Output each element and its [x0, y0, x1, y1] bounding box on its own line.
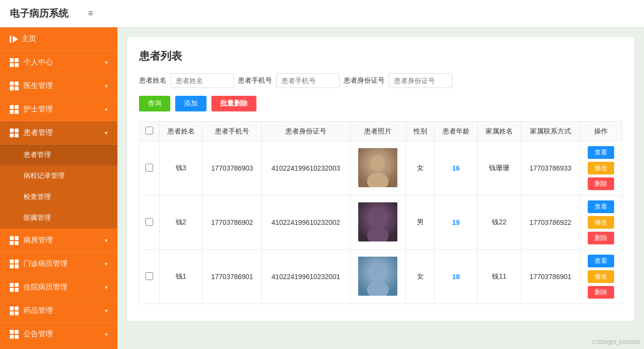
header-photo: 患者照片	[350, 122, 406, 141]
view-button[interactable]: 查看	[588, 255, 614, 267]
svg-point-4	[371, 209, 385, 225]
cell-action: 查看 修改 删除	[580, 196, 622, 250]
chevron-down-icon: ▾	[105, 237, 108, 244]
view-button[interactable]: 查看	[588, 200, 614, 213]
main-container: 主页 个人中心 ▾ 医生管理 ▾ 护士管理 ▾	[0, 27, 644, 349]
search-name-label: 患者姓名	[139, 76, 166, 85]
sidebar-item-patient[interactable]: 患者管理 ▾	[0, 121, 117, 145]
edit-button[interactable]: 修改	[588, 162, 614, 174]
grid-icon	[10, 129, 19, 137]
row-checkbox[interactable]	[145, 164, 153, 172]
table-row: 钱2 17703786902 410224199610232002	[139, 196, 622, 250]
cell-phone: 17703786901	[203, 250, 262, 304]
sidebar-sub-medicine-manage[interactable]: 医嘱管理	[0, 208, 117, 229]
cell-idcard: 410224199610232003	[262, 141, 350, 196]
cell-relative-phone: 17703786933	[521, 141, 580, 196]
batch-delete-button[interactable]: 批量删除	[211, 96, 256, 111]
sidebar-label-notice: 公告管理	[23, 329, 105, 339]
cell-age: 18	[435, 250, 478, 304]
cell-name: 钱1	[160, 250, 203, 304]
content-card: 患者列表 患者姓名 患者手机号 患者身份证号 查询 添加 批量删除	[127, 37, 634, 321]
cell-gender: 女	[406, 141, 435, 196]
chevron-down-icon: ▾	[105, 261, 108, 267]
cell-relative-name: 钱22	[478, 196, 521, 250]
chevron-down-icon: ▾	[105, 59, 108, 66]
add-button[interactable]: 添加	[175, 96, 207, 111]
edit-button[interactable]: 修改	[588, 270, 614, 283]
grid-icon	[10, 330, 19, 339]
cell-relative-name: 钱珊珊	[478, 141, 521, 196]
cell-photo	[350, 141, 406, 196]
row-checkbox[interactable]	[145, 272, 153, 280]
search-phone-label: 患者手机号	[238, 76, 272, 85]
row-checkbox-cell	[139, 250, 160, 304]
row-checkbox[interactable]	[145, 218, 153, 226]
search-id-label: 患者身份证号	[344, 76, 385, 85]
top-header: 电子病历系统 ≡	[0, 0, 644, 27]
cell-photo	[350, 196, 406, 250]
search-phone-input[interactable]	[276, 73, 340, 88]
menu-toggle-icon[interactable]: ≡	[88, 8, 93, 19]
table-row: 钱3 17703786903 410224199610232003	[139, 141, 622, 196]
chevron-down-icon: ▾	[105, 83, 108, 89]
query-button[interactable]: 查询	[139, 96, 170, 111]
grid-icon	[10, 260, 19, 268]
edit-button[interactable]: 修改	[588, 216, 614, 229]
sidebar-item-ward[interactable]: 病房管理 ▾	[0, 229, 117, 252]
sidebar-label-ward: 病房管理	[23, 236, 105, 245]
page-title: 患者列表	[139, 49, 622, 64]
select-all-checkbox[interactable]	[145, 127, 153, 134]
cell-name: 钱3	[160, 141, 203, 196]
sidebar-item-nurse[interactable]: 护士管理 ▾	[0, 98, 117, 121]
grid-icon	[10, 306, 19, 315]
grid-icon	[10, 105, 19, 114]
cell-idcard: 410224199610232001	[262, 250, 350, 304]
row-checkbox-cell	[139, 141, 160, 196]
sidebar-item-drug[interactable]: 药品管理 ▾	[0, 299, 117, 323]
cell-photo	[350, 250, 406, 304]
sidebar-sub-patient-manage[interactable]: 患者管理	[0, 145, 117, 166]
cell-gender: 男	[406, 196, 435, 250]
search-bar: 患者姓名 患者手机号 患者身份证号	[139, 73, 622, 88]
sidebar-item-outpatient[interactable]: 门诊病历管理 ▾	[0, 252, 117, 276]
sidebar-sub-record-manage[interactable]: 病程记录管理	[0, 166, 117, 187]
sidebar-item-home[interactable]: 主页	[0, 27, 117, 51]
search-id-input[interactable]	[389, 73, 452, 88]
sidebar-label-inpatient: 住院病历管理	[23, 283, 105, 292]
sidebar-label-nurse: 护士管理	[23, 105, 105, 114]
header-age: 患者年龄	[435, 122, 478, 141]
cell-relative-name: 钱11	[478, 250, 521, 304]
grid-icon	[10, 236, 19, 245]
cell-idcard: 410224199610232002	[262, 196, 350, 250]
grid-icon	[10, 82, 19, 90]
sidebar-item-profile[interactable]: 个人中心 ▾	[0, 51, 117, 74]
sidebar-label-outpatient: 门诊病历管理	[23, 259, 105, 268]
header-checkbox-cell	[139, 122, 160, 141]
delete-button[interactable]: 删除	[588, 286, 614, 299]
sidebar-item-doctor[interactable]: 医生管理 ▾	[0, 74, 117, 98]
header-phone: 患者手机号	[203, 122, 262, 141]
delete-button[interactable]: 删除	[588, 232, 614, 244]
view-button[interactable]: 查看	[588, 146, 614, 159]
content-area: 患者列表 患者姓名 患者手机号 患者身份证号 查询 添加 批量删除	[117, 27, 644, 349]
sidebar-label-doctor: 医生管理	[23, 81, 105, 90]
action-bar: 查询 添加 批量删除	[139, 96, 622, 111]
chevron-down-icon: ▾	[105, 331, 108, 338]
cell-phone: 17703786903	[203, 141, 262, 196]
delete-button[interactable]: 删除	[588, 177, 614, 190]
cell-relative-phone: 17703786922	[521, 196, 580, 250]
cell-gender: 女	[406, 250, 435, 304]
chevron-down-icon: ▾	[105, 307, 108, 314]
sidebar-sub-exam-manage[interactable]: 检查管理	[0, 187, 117, 208]
app-logo: 电子病历系统	[10, 7, 69, 20]
row-checkbox-cell	[139, 196, 160, 250]
header-gender: 性别	[406, 122, 435, 141]
cell-name: 钱2	[160, 196, 203, 250]
header-relative-name: 家属姓名	[478, 122, 521, 141]
sidebar-item-inpatient[interactable]: 住院病历管理 ▾	[0, 276, 117, 299]
flag-icon	[10, 36, 17, 43]
header-action: 操作	[580, 122, 622, 141]
sidebar-item-notice[interactable]: 公告管理 ▾	[0, 323, 117, 346]
search-name-input[interactable]	[170, 73, 234, 88]
grid-icon	[10, 58, 19, 67]
